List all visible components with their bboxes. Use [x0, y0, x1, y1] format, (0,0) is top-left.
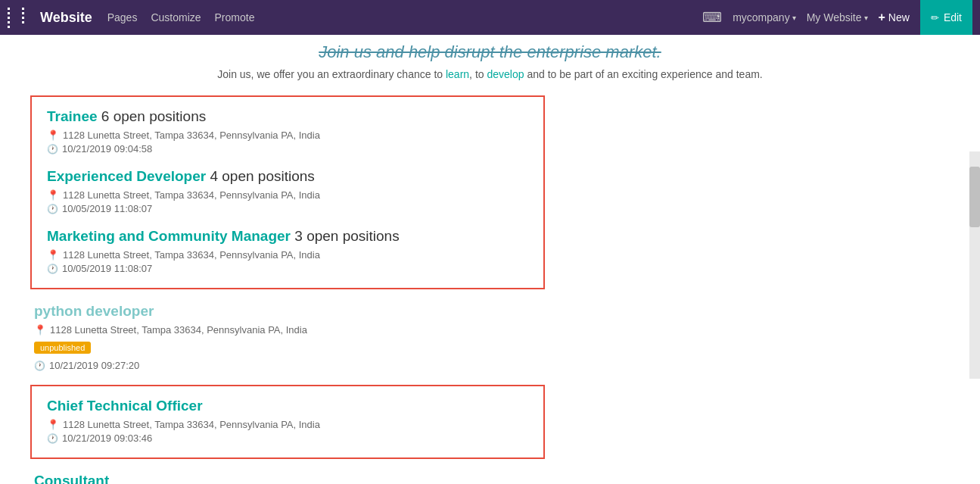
clock-icon: 🕐 [47, 144, 58, 155]
trainee-address: 📍 1128 Lunetta Street, Tampa 33634, Penn… [47, 130, 528, 141]
pin-icon-4: 📍 [34, 324, 46, 336]
nav-links: Pages Customize Promote [107, 11, 255, 23]
mycompany-dropdown[interactable]: mycompany [733, 11, 795, 23]
learn-link[interactable]: learn [446, 68, 469, 80]
plus-icon: + [879, 11, 885, 24]
cto-title-text: Chief Technical Officer [47, 398, 203, 414]
develop-link[interactable]: develop [487, 68, 524, 80]
pin-icon-2: 📍 [47, 189, 59, 201]
cto-date: 🕐 10/21/2019 09:03:46 [47, 432, 528, 444]
mywebsite-dropdown[interactable]: My Website [807, 11, 868, 23]
header-subtitle: Join us, we offer you an extraordinary c… [15, 68, 965, 80]
exp-dev-address: 📍 1128 Lunetta Street, Tampa 33634, Penn… [47, 189, 528, 201]
mkt-address-text: 1128 Lunetta Street, Tampa 33634, Pennsy… [63, 249, 320, 261]
mkt-title-text: Marketing and Community Manager [47, 228, 291, 244]
trainee-address-text: 1128 Lunetta Street, Tampa 33634, Pennsy… [63, 130, 320, 141]
pencil-icon: ✏ [931, 12, 939, 23]
exp-dev-title-text: Experienced Developer [47, 168, 206, 184]
mkt-positions: 3 open positions [294, 228, 399, 244]
job-trainee[interactable]: Trainee 6 open positions 📍 1128 Lunetta … [47, 108, 528, 155]
nav-right: ⌨ mycompany My Website + New ✏ Edit [702, 0, 972, 35]
python-title: python developer [34, 303, 545, 320]
cto-address: 📍 1128 Lunetta Street, Tampa 33634, Penn… [47, 419, 528, 430]
trainee-date: 🕐 10/21/2019 09:04:58 [47, 143, 528, 155]
unpublished-badge-wrapper: unpublished [34, 339, 545, 357]
cto-date-text: 10/21/2019 09:03:46 [62, 432, 152, 444]
mkt-address: 📍 1128 Lunetta Street, Tampa 33634, Penn… [47, 249, 528, 261]
consultant-title: Consultant [34, 473, 545, 484]
job-python-developer[interactable]: python developer 📍 1128 Lunetta Street, … [30, 303, 545, 371]
cto-address-text: 1128 Lunetta Street, Tampa 33634, Pennsy… [63, 419, 320, 430]
nav-promote[interactable]: Promote [215, 11, 255, 23]
trainee-positions: 6 open positions [101, 108, 206, 124]
new-label: New [888, 11, 910, 23]
scrollbar[interactable] [969, 151, 980, 379]
job-consultant-partial[interactable]: Consultant [30, 473, 545, 484]
jobs-container: Trainee 6 open positions 📍 1128 Lunetta … [0, 88, 575, 484]
scrollbar-thumb[interactable] [969, 167, 980, 227]
header-italic-text: Join us and help disrupt the enterprise … [15, 42, 965, 62]
trainee-date-text: 10/21/2019 09:04:58 [62, 143, 152, 155]
exp-dev-date-text: 10/05/2019 11:08:07 [62, 203, 152, 214]
python-date-text: 10/21/2019 09:27:20 [49, 360, 139, 371]
main-content: Join us and help disrupt the enterprise … [0, 35, 980, 484]
cto-title: Chief Technical Officer [47, 398, 528, 414]
unpublished-badge: unpublished [34, 342, 91, 354]
job-cto[interactable]: Chief Technical Officer 📍 1128 Lunetta S… [47, 398, 528, 444]
nav-pages[interactable]: Pages [107, 11, 138, 23]
top-navigation: Website Pages Customize Promote ⌨ mycomp… [0, 0, 980, 35]
exp-dev-positions: 4 open positions [210, 168, 314, 184]
mkt-date-text: 10/05/2019 11:08:07 [62, 263, 152, 274]
python-date: 🕐 10/21/2019 09:27:20 [34, 360, 545, 371]
clock-icon-4: 🕐 [34, 361, 45, 371]
mobile-icon[interactable]: ⌨ [702, 9, 722, 26]
job-trainee-title: Trainee 6 open positions [47, 108, 528, 125]
trainee-title-text: Trainee [47, 108, 98, 124]
job-experienced-developer[interactable]: Experienced Developer 4 open positions 📍… [47, 168, 528, 214]
python-address-text: 1128 Lunetta Street, Tampa 33634, Pennsy… [50, 324, 307, 336]
edit-label: Edit [944, 11, 962, 23]
pin-icon-3: 📍 [47, 249, 59, 261]
new-button[interactable]: + New [879, 11, 910, 24]
job-mkt-title: Marketing and Community Manager 3 open p… [47, 228, 528, 245]
apps-grid-icon[interactable] [8, 8, 34, 28]
python-title-text: python developer [34, 303, 154, 319]
job-marketing-manager[interactable]: Marketing and Community Manager 3 open p… [47, 228, 528, 274]
clock-icon-2: 🕐 [47, 204, 58, 214]
job-group-1: Trainee 6 open positions 📍 1128 Lunetta … [30, 95, 545, 289]
pin-icon: 📍 [47, 130, 59, 141]
nav-customize[interactable]: Customize [151, 11, 201, 23]
mkt-date: 🕐 10/05/2019 11:08:07 [47, 263, 528, 274]
pin-icon-5: 📍 [47, 419, 59, 430]
page-header: Join us and help disrupt the enterprise … [0, 35, 980, 88]
brand-name: Website [40, 10, 92, 26]
exp-dev-date: 🕐 10/05/2019 11:08:07 [47, 203, 528, 214]
clock-icon-5: 🕐 [47, 433, 58, 444]
clock-icon-3: 🕐 [47, 264, 58, 274]
job-exp-dev-title: Experienced Developer 4 open positions [47, 168, 528, 185]
job-group-2: Chief Technical Officer 📍 1128 Lunetta S… [30, 385, 545, 459]
python-address: 📍 1128 Lunetta Street, Tampa 33634, Penn… [34, 324, 545, 336]
consultant-title-text: Consultant [34, 473, 109, 484]
exp-dev-address-text: 1128 Lunetta Street, Tampa 33634, Pennsy… [63, 189, 320, 201]
edit-button[interactable]: ✏ Edit [920, 0, 972, 35]
